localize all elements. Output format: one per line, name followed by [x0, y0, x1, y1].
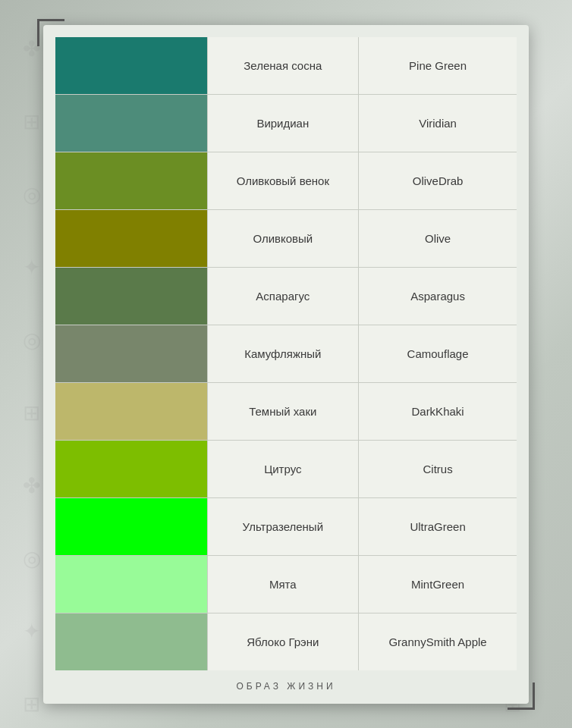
color-swatch [55, 37, 207, 94]
table-row: Ультразеленый UltraGreen [55, 497, 517, 555]
color-name-ru: Аспарагус [207, 267, 359, 325]
color-name-ru: Яблоко Грэни [207, 613, 359, 670]
color-name-en: Camouflage [359, 325, 517, 382]
bracket-bottom-right [508, 682, 535, 710]
color-name-ru: Ультразеленый [207, 497, 359, 555]
table-row: Цитрус Citrus [55, 440, 517, 497]
color-swatch [55, 325, 207, 382]
color-swatch-cell [55, 152, 207, 209]
color-swatch-cell [55, 382, 207, 440]
color-swatch-cell [55, 325, 207, 382]
color-name-ru: Оливковый [207, 209, 359, 267]
color-table: Зеленая сосна Pine Green Виридиан Viridi… [55, 37, 517, 670]
color-name-en: Viridian [359, 94, 517, 152]
color-swatch [55, 441, 207, 497]
color-name-ru: Зеленая сосна [207, 37, 359, 95]
color-swatch-cell [55, 613, 207, 670]
color-name-en: Pine Green [359, 37, 517, 95]
table-row: Зеленая сосна Pine Green [55, 37, 517, 95]
table-row: Аспарагус Asparagus [55, 267, 517, 325]
table-row: Камуфляжный Camouflage [55, 325, 517, 382]
color-name-en: MintGreen [359, 555, 517, 613]
color-swatch [55, 268, 207, 325]
color-swatch [55, 556, 207, 613]
color-name-en: Asparagus [359, 267, 517, 325]
color-swatch-cell [55, 267, 207, 325]
bracket-top-left [37, 19, 64, 46]
color-name-en: UltraGreen [359, 497, 517, 555]
color-name-en: Citrus [359, 440, 517, 497]
color-name-ru: Мята [207, 555, 359, 613]
color-swatch-cell [55, 209, 207, 267]
color-name-en: DarkKhaki [359, 382, 517, 440]
color-name-ru: Оливковый венок [207, 152, 359, 209]
table-row: Темный хаки DarkKhaki [55, 382, 517, 440]
color-name-ru: Камуфляжный [207, 325, 359, 382]
color-swatch-cell [55, 440, 207, 497]
table-row: Мята MintGreen [55, 555, 517, 613]
table-row: Оливковый Olive [55, 209, 517, 267]
footer-text: ОБРАЗ ЖИЗНИ [55, 681, 517, 692]
color-swatch [55, 152, 207, 209]
color-name-ru: Цитрус [207, 440, 359, 497]
color-swatch-cell [55, 37, 207, 95]
color-swatch-cell [55, 555, 207, 613]
color-name-en: Olive [359, 209, 517, 267]
color-swatch [55, 613, 207, 670]
color-swatch-cell [55, 94, 207, 152]
color-name-ru: Темный хаки [207, 382, 359, 440]
color-swatch [55, 210, 207, 267]
color-card: Зеленая сосна Pine Green Виридиан Viridi… [43, 25, 529, 704]
color-swatch-cell [55, 497, 207, 555]
color-name-ru: Виридиан [207, 94, 359, 152]
color-swatch [55, 95, 207, 152]
color-swatch [55, 498, 207, 555]
table-row: Виридиан Viridian [55, 94, 517, 152]
color-name-en: OliveDrab [359, 152, 517, 209]
color-swatch [55, 383, 207, 440]
table-row: Оливковый венок OliveDrab [55, 152, 517, 209]
color-name-en: GrannySmith Apple [359, 613, 517, 670]
table-row: Яблоко Грэни GrannySmith Apple [55, 613, 517, 670]
